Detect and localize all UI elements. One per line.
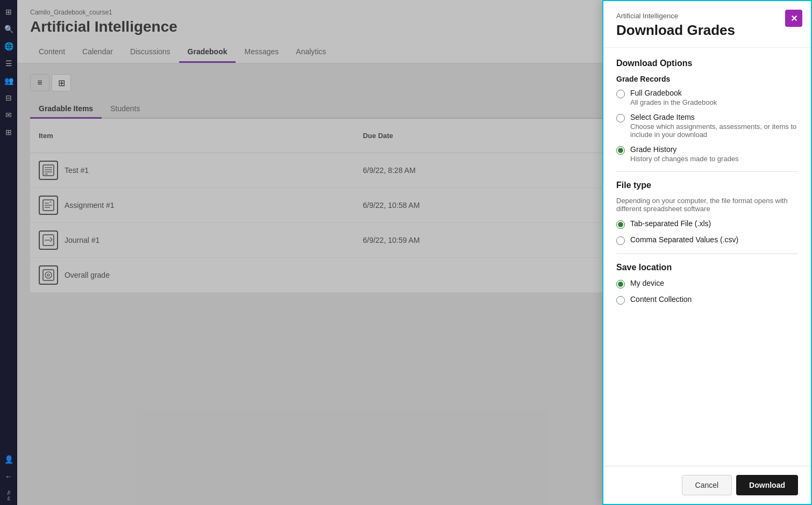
sidebar: ⊞ 🔍 🌐 ☰ 👥 ⊟ ✉ ⊞ 👤 ← Pr Te bbox=[0, 0, 17, 505]
my-device-label: My device bbox=[630, 279, 664, 287]
tab-separated-radio[interactable] bbox=[616, 220, 625, 229]
my-device-radio[interactable] bbox=[616, 280, 625, 288]
tab-separated-label: Tab-separated File (.xls) bbox=[630, 219, 711, 228]
file-type-heading: File type bbox=[616, 181, 798, 190]
select-grade-items-label: Select Grade Items bbox=[630, 113, 798, 121]
cancel-button[interactable]: Cancel bbox=[682, 475, 732, 495]
content-collection-label: Content Collection bbox=[630, 295, 692, 304]
divider-2 bbox=[616, 254, 798, 254]
mail-icon[interactable]: ✉ bbox=[1, 107, 16, 122]
grade-history-option[interactable]: Grade History History of changes made to… bbox=[616, 145, 798, 163]
full-gradebook-radio[interactable] bbox=[616, 90, 625, 98]
panel-subtitle: Artificial Intelligence bbox=[616, 12, 798, 20]
panel-header: Artificial Intelligence Download Grades … bbox=[603, 1, 811, 48]
tab-separated-option[interactable]: Tab-separated File (.xls) bbox=[616, 219, 798, 229]
csv-option[interactable]: Comma Separated Values (.csv) bbox=[616, 235, 798, 245]
full-gradebook-sublabel: All grades in the Gradebook bbox=[630, 98, 717, 106]
grid-icon[interactable]: ⊟ bbox=[1, 90, 16, 105]
grade-history-label: Grade History bbox=[630, 145, 739, 154]
panel-body: Download Options Grade Records Full Grad… bbox=[603, 48, 811, 466]
download-button[interactable]: Download bbox=[736, 475, 798, 495]
select-grade-items-radio[interactable] bbox=[616, 114, 625, 122]
grade-history-sublabel: History of changes made to grades bbox=[630, 155, 739, 163]
search-icon[interactable]: 🔍 bbox=[1, 21, 16, 37]
select-grade-items-sublabel: Choose which assignments, assessments, o… bbox=[630, 122, 798, 139]
grade-records-heading: Grade Records bbox=[616, 75, 798, 83]
csv-radio[interactable] bbox=[616, 236, 625, 245]
home-icon[interactable]: ⊞ bbox=[1, 4, 16, 19]
globe-icon[interactable]: 🌐 bbox=[1, 39, 16, 54]
sidebar-bottom-label: Pr Te bbox=[6, 490, 11, 501]
divider-1 bbox=[616, 171, 798, 172]
save-location-heading: Save location bbox=[616, 263, 798, 272]
panel-footer: Cancel Download bbox=[603, 466, 811, 504]
panel-title: Download Grades bbox=[616, 22, 798, 39]
download-options-heading: Download Options bbox=[616, 59, 798, 68]
my-device-option[interactable]: My device bbox=[616, 279, 798, 288]
close-panel-button[interactable]: ✕ bbox=[785, 10, 802, 27]
full-gradebook-option[interactable]: Full Gradebook All grades in the Gradebo… bbox=[616, 89, 798, 106]
content-collection-radio[interactable] bbox=[616, 296, 625, 305]
users-icon[interactable]: 👥 bbox=[1, 73, 16, 88]
download-grades-panel: Artificial Intelligence Download Grades … bbox=[602, 0, 812, 505]
list-icon[interactable]: ☰ bbox=[1, 56, 16, 71]
user-icon[interactable]: 👤 bbox=[1, 452, 16, 467]
menu2-icon[interactable]: ⊞ bbox=[1, 125, 16, 140]
full-gradebook-label: Full Gradebook bbox=[630, 89, 717, 97]
select-grade-items-option[interactable]: Select Grade Items Choose which assignme… bbox=[616, 113, 798, 139]
file-type-description: Depending on your computer, the file for… bbox=[616, 197, 798, 213]
main-area: Camilo_Gradebook_course1 Artificial Inte… bbox=[17, 0, 812, 505]
csv-label: Comma Separated Values (.csv) bbox=[630, 235, 738, 244]
content-collection-option[interactable]: Content Collection bbox=[616, 295, 798, 305]
grade-history-radio[interactable] bbox=[616, 146, 625, 155]
back-icon[interactable]: ← bbox=[1, 469, 16, 484]
